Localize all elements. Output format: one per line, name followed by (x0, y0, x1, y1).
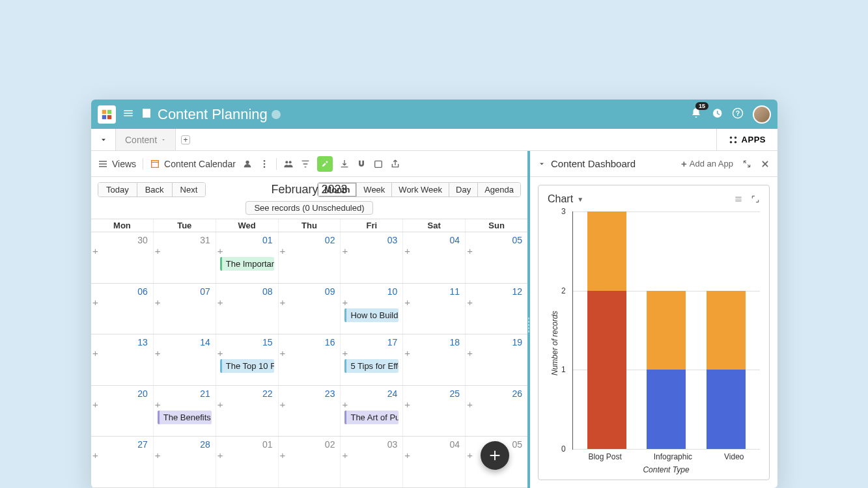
chevron-down-icon[interactable]: ▼ (577, 196, 583, 203)
views-button[interactable]: Views (98, 159, 136, 169)
calendar-cell[interactable]: 21+The Benefits o (154, 386, 216, 437)
add-record-fab[interactable] (481, 441, 509, 470)
calendar-cell[interactable]: 03+ (341, 437, 403, 487)
date-icon[interactable] (373, 159, 384, 169)
add-event-icon[interactable]: + (342, 245, 348, 256)
calendar-cell[interactable]: 26+ (466, 386, 527, 437)
calendar-cell[interactable]: 27+ (91, 437, 154, 487)
add-event-icon[interactable]: + (92, 347, 98, 359)
add-event-icon[interactable]: + (404, 297, 410, 308)
calendar-event[interactable]: The Art of Pub (344, 411, 399, 424)
avatar[interactable] (753, 105, 771, 124)
mode-agenda[interactable]: Agenda (478, 183, 520, 197)
add-event-icon[interactable]: + (404, 347, 410, 359)
tab-content[interactable]: Content (116, 129, 176, 150)
calendar-cell[interactable]: 03+ (341, 232, 403, 283)
add-app-button[interactable]: + Add an App (681, 158, 733, 169)
calendar-cell[interactable]: 22+ (216, 386, 279, 437)
calendar-event[interactable]: The Top 10 Fo (220, 359, 274, 373)
chart-title[interactable]: Chart (548, 193, 573, 205)
add-event-icon[interactable]: + (342, 347, 348, 359)
close-icon[interactable] (761, 159, 770, 169)
menu-icon[interactable] (122, 107, 134, 122)
apps-button[interactable]: APPS (716, 129, 777, 150)
next-button[interactable]: Next (173, 183, 206, 197)
calendar-cell[interactable]: 30+ (91, 232, 154, 283)
add-event-icon[interactable]: + (467, 347, 473, 359)
calendar-cell[interactable]: 28+ (154, 437, 216, 487)
calendar-cell[interactable]: 07+ (154, 284, 216, 334)
calendar-cell[interactable]: 23+ (279, 386, 341, 437)
add-event-icon[interactable]: + (92, 245, 98, 256)
mode-day[interactable]: Day (449, 183, 478, 197)
magnet-icon[interactable] (356, 159, 367, 169)
calendar-cell[interactable]: 08+ (216, 284, 279, 334)
chart-expand-icon[interactable] (751, 195, 760, 204)
add-tab-button[interactable]: + (176, 129, 195, 150)
add-event-icon[interactable]: + (217, 399, 223, 410)
bar[interactable] (707, 211, 746, 449)
calendar-cell[interactable]: 10+How to Build a (341, 284, 403, 334)
calendar-event[interactable]: How to Build a (344, 308, 399, 322)
calendar-cell[interactable]: 13+ (91, 334, 154, 385)
calendar-cell[interactable]: 01+ (216, 437, 279, 487)
add-event-icon[interactable]: + (92, 450, 98, 461)
calendar-cell[interactable]: 14+ (154, 334, 216, 385)
share-users-icon[interactable] (242, 159, 253, 169)
add-event-icon[interactable]: + (404, 399, 410, 410)
expand-icon[interactable] (742, 159, 751, 169)
add-event-icon[interactable]: + (342, 450, 348, 461)
add-event-icon[interactable]: + (467, 399, 473, 410)
add-event-icon[interactable]: + (217, 347, 223, 359)
calendar-cell[interactable]: 25+ (403, 386, 466, 437)
add-event-icon[interactable]: + (155, 399, 161, 410)
chart-settings-icon[interactable] (734, 195, 743, 204)
calendar-cell[interactable]: 12+ (466, 284, 527, 334)
add-event-icon[interactable]: + (467, 297, 473, 308)
add-event-icon[interactable]: + (155, 297, 161, 308)
more-icon[interactable] (259, 159, 270, 169)
calendar-cell[interactable]: 02+ (279, 232, 341, 283)
history-icon[interactable] (711, 107, 723, 122)
add-event-icon[interactable]: + (467, 450, 473, 461)
calendar-cell[interactable]: 04+ (403, 232, 466, 283)
add-event-icon[interactable]: + (404, 245, 410, 256)
notifications-button[interactable]: 15 (690, 107, 702, 122)
calendar-cell[interactable]: 16+ (279, 334, 341, 385)
mode-workweek[interactable]: Work Week (392, 183, 449, 197)
add-event-icon[interactable]: + (342, 297, 348, 308)
calendar-cell[interactable]: 17+5 Tips for Effe (341, 334, 403, 385)
calendar-cell[interactable]: 15+The Top 10 Fo (216, 334, 279, 385)
add-event-icon[interactable]: + (280, 399, 286, 410)
calendar-cell[interactable]: 02+ (279, 437, 341, 487)
bar[interactable] (647, 211, 686, 449)
calendar-cell[interactable]: 05+ (466, 232, 527, 283)
calendar-cell[interactable]: 09+ (279, 284, 341, 334)
add-event-icon[interactable]: + (280, 450, 286, 461)
add-event-icon[interactable]: + (467, 245, 473, 256)
add-event-icon[interactable]: + (280, 347, 286, 359)
bar[interactable] (587, 211, 626, 449)
add-event-icon[interactable]: + (217, 450, 223, 461)
calendar-cell[interactable]: 11+ (403, 284, 466, 334)
calendar-event[interactable]: The Benefits o (158, 411, 212, 424)
people-icon[interactable] (283, 159, 294, 169)
download-icon[interactable] (339, 159, 350, 169)
export-icon[interactable] (390, 159, 400, 169)
add-event-icon[interactable]: + (280, 245, 286, 256)
help-icon[interactable]: ? (732, 107, 744, 122)
add-event-icon[interactable]: + (280, 297, 286, 308)
back-button[interactable]: Back (137, 183, 173, 197)
calendar-cell[interactable]: 19+ (466, 334, 527, 385)
calendar-event[interactable]: 5 Tips for Effe (344, 359, 399, 373)
calendar-cell[interactable]: 18+ (403, 334, 466, 385)
add-event-icon[interactable]: + (342, 399, 348, 410)
calendar-cell[interactable]: 04+ (403, 437, 466, 487)
calendar-cell[interactable]: 20+ (91, 386, 154, 437)
calendar-cell[interactable]: 06+ (91, 284, 154, 334)
expand-sidebar-button[interactable] (91, 129, 116, 150)
add-event-icon[interactable]: + (92, 297, 98, 308)
color-button[interactable] (317, 156, 333, 172)
add-event-icon[interactable]: + (155, 245, 161, 256)
content-calendar-view[interactable]: Content Calendar (150, 159, 236, 169)
